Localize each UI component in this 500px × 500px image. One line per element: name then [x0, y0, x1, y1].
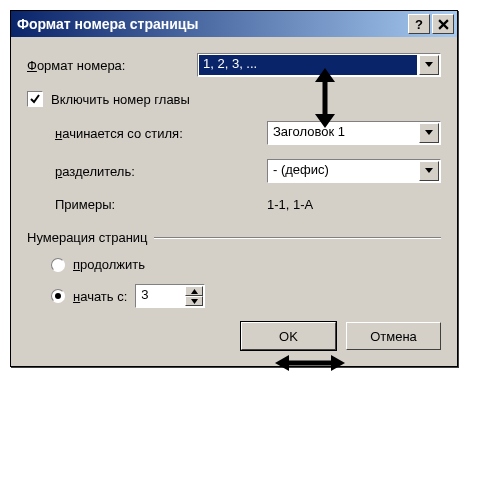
chevron-down-icon: [419, 161, 439, 181]
chevron-down-icon: [191, 299, 198, 304]
annotation-horizontal-arrow-icon: [275, 348, 345, 377]
spinner-up-button[interactable]: [185, 286, 203, 296]
titlebar-title: Формат номера страницы: [17, 16, 408, 32]
chevron-down-icon: [419, 123, 439, 143]
starts-style-label: начинается со стиля:: [27, 126, 267, 141]
spinner-down-button[interactable]: [185, 296, 203, 306]
include-chapter-label: Включить номер главы: [51, 92, 190, 107]
separator-label: разделитель:: [27, 164, 267, 179]
separator-value: - (дефис): [268, 160, 418, 182]
examples-value: 1-1, 1-A: [267, 197, 313, 212]
numbering-group-label: Нумерация страниц: [27, 230, 148, 245]
start-at-value: 3: [136, 285, 184, 307]
start-at-spinner[interactable]: 3: [135, 284, 205, 308]
include-chapter-checkbox[interactable]: [27, 91, 43, 107]
svg-marker-4: [275, 355, 289, 371]
svg-marker-5: [331, 355, 345, 371]
close-icon: [438, 19, 449, 30]
page-number-format-dialog: Формат номера страницы ? Формат номера: …: [10, 10, 458, 367]
continue-radio[interactable]: [51, 258, 65, 272]
svg-marker-2: [315, 114, 335, 128]
chevron-down-icon: [419, 55, 439, 75]
ok-button[interactable]: OK: [241, 322, 336, 350]
start-at-label: начать с:: [73, 289, 127, 304]
close-button[interactable]: [432, 14, 454, 34]
help-button[interactable]: ?: [408, 14, 430, 34]
svg-marker-1: [315, 68, 335, 82]
group-divider: [154, 237, 441, 239]
radio-dot-icon: [55, 293, 61, 299]
separator-combo[interactable]: - (дефис): [267, 159, 441, 183]
annotation-vertical-arrow-icon: [305, 68, 345, 128]
continue-label: продолжить: [73, 257, 145, 272]
format-label: Формат номера:: [27, 58, 197, 73]
starts-style-combo[interactable]: Заголовок 1: [267, 121, 441, 145]
titlebar: Формат номера страницы ?: [11, 11, 457, 37]
cancel-button[interactable]: Отмена: [346, 322, 441, 350]
check-icon: [29, 93, 41, 105]
chevron-up-icon: [191, 289, 198, 294]
examples-label: Примеры:: [27, 197, 267, 212]
start-at-radio[interactable]: [51, 289, 65, 303]
